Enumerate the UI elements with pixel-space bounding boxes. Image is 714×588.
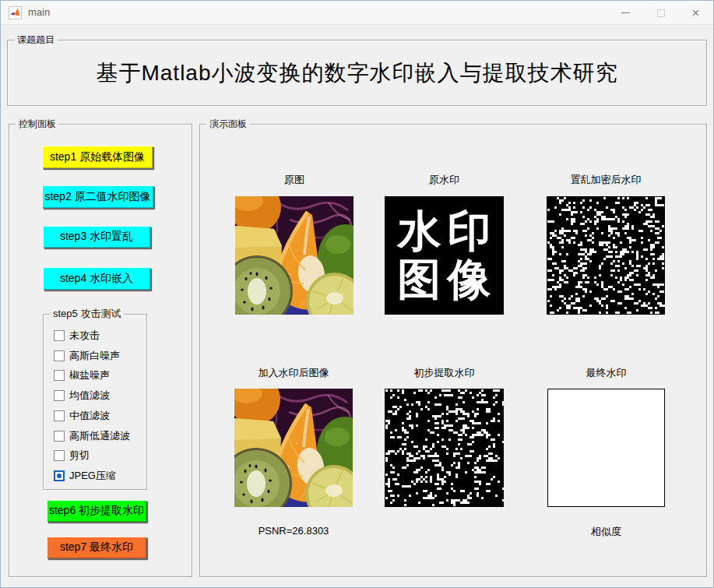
radio-label: 椒盐噪声 <box>69 368 110 382</box>
radio-crop[interactable]: 剪切 <box>54 449 146 463</box>
radio-icon <box>54 410 65 421</box>
page-title: 基于Matlab小波变换的数字水印嵌入与提取技术研究 <box>96 58 617 88</box>
radio-label: JPEG压缩 <box>69 469 116 483</box>
extracted-watermark-image <box>385 389 504 507</box>
step3-scramble-button[interactable]: step3 水印置乱 <box>43 226 150 248</box>
radio-label: 均值滤波 <box>69 389 110 403</box>
radio-gaussian-lowpass-filter[interactable]: 高斯低通滤波 <box>54 429 146 443</box>
step4-embed-button[interactable]: step4 水印嵌入 <box>43 267 150 290</box>
window-title: main <box>28 1 50 24</box>
radio-icon <box>54 330 65 341</box>
similarity-label: 相似度 <box>547 525 665 539</box>
caption-final-watermark: 最终水印 <box>547 366 665 380</box>
watermark-text-line1: 水印 <box>392 207 498 255</box>
radio-label: 高斯白噪声 <box>69 349 120 363</box>
final-watermark-image <box>547 389 665 507</box>
scrambled-watermark-image <box>547 196 665 315</box>
control-panel-label: 控制面板 <box>16 118 59 130</box>
titlebar: main × <box>1 1 713 25</box>
radio-median-filter[interactable]: 中值滤波 <box>54 409 146 423</box>
project-title-panel-label: 课题题目 <box>14 33 58 46</box>
radio-no-attack[interactable]: 未攻击 <box>54 329 146 343</box>
close-icon[interactable]: × <box>678 1 713 25</box>
demo-panel-label: 演示面板 <box>206 118 250 130</box>
radio-label: 中值滤波 <box>69 409 110 423</box>
window-controls: × <box>608 1 713 25</box>
project-title-panel: 课题题目 基于Matlab小波变换的数字水印嵌入与提取技术研究 <box>7 40 707 106</box>
radio-icon <box>54 390 65 401</box>
step2-binary-watermark-button[interactable]: step2 原二值水印图像 <box>42 185 153 208</box>
caption-watermarked-image: 加入水印后图像 <box>234 366 353 380</box>
matlab-app-icon <box>9 6 22 19</box>
radio-label: 未攻击 <box>69 329 100 343</box>
step7-final-watermark-button[interactable]: step7 最终水印 <box>47 537 146 558</box>
minimize-icon[interactable] <box>608 1 643 25</box>
watermarked-image <box>234 389 353 507</box>
step1-original-image-button[interactable]: step1 原始载体图像 <box>42 146 153 168</box>
radio-label: 剪切 <box>69 449 90 463</box>
radio-icon <box>54 350 65 361</box>
demo-panel: 演示面板 原图 原水印 置乱加密后水印 加入水印后图像 初步提取水印 最终水印 <box>199 124 707 577</box>
original-watermark-image: 水印 图像 <box>385 196 504 315</box>
control-panel: 控制面板 step1 原始载体图像 step2 原二值水印图像 step3 水印… <box>9 124 192 577</box>
radio-salt-pepper-noise[interactable]: 椒盐噪声 <box>54 368 146 382</box>
radio-gaussian-white-noise[interactable]: 高斯白噪声 <box>54 349 146 363</box>
radio-mean-filter[interactable]: 均值滤波 <box>54 389 146 403</box>
attack-test-group: step5 攻击测试 未攻击 高斯白噪声 椒盐噪声 均值滤波 <box>43 314 147 490</box>
maximize-icon[interactable] <box>643 1 678 25</box>
radio-icon <box>54 370 65 381</box>
step6-extract-button[interactable]: step6 初步提取水印 <box>47 500 146 522</box>
fruits-photo-watermarked <box>234 389 353 507</box>
caption-original-watermark: 原水印 <box>385 173 504 187</box>
caption-scrambled-watermark: 置乱加密后水印 <box>547 173 665 187</box>
psnr-value: PSNR=26.8303 <box>234 525 353 537</box>
original-image <box>235 196 353 315</box>
app-window: main × 课题题目 基于Matlab小波变换的数字水印嵌入与提取技术研究 控… <box>0 0 714 588</box>
radio-icon <box>54 431 65 442</box>
caption-extracted-watermark: 初步提取水印 <box>385 366 504 380</box>
attack-option-list: 未攻击 高斯白噪声 椒盐噪声 均值滤波 中值滤波 <box>44 326 146 486</box>
caption-original-image: 原图 <box>235 173 353 187</box>
attack-test-group-label: step5 攻击测试 <box>50 308 124 320</box>
watermark-text-line2: 图像 <box>392 255 498 304</box>
radio-icon <box>54 450 65 461</box>
radio-icon <box>54 470 65 481</box>
fruits-photo <box>235 196 353 315</box>
radio-jpeg-compression[interactable]: JPEG压缩 <box>54 469 146 483</box>
radio-label: 高斯低通滤波 <box>69 429 130 443</box>
